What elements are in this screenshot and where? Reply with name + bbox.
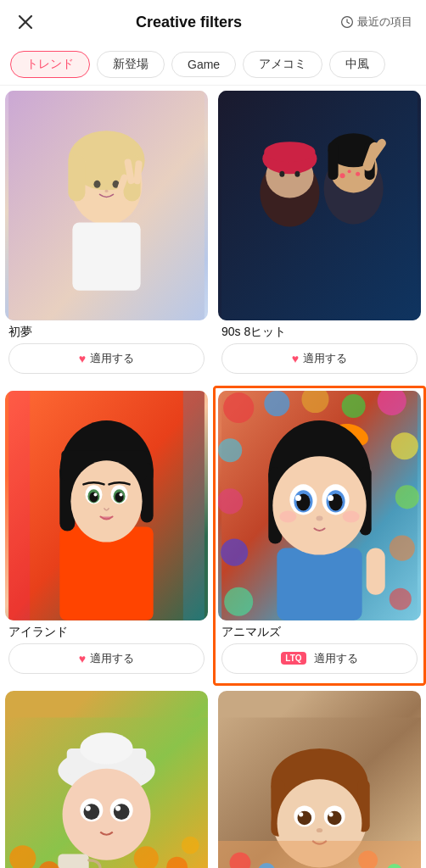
heart-icon-2: ♥ xyxy=(292,352,299,365)
svg-point-21 xyxy=(294,171,300,177)
svg-rect-25 xyxy=(328,142,339,180)
apply-button-hatsuyume[interactable]: ♥ 適用する xyxy=(8,343,205,374)
filter-name-hatsuyume: 初夢 xyxy=(8,325,205,340)
svg-rect-6 xyxy=(68,154,85,201)
svg-point-111 xyxy=(328,812,333,816)
svg-point-60 xyxy=(390,535,415,560)
apply-button-animals[interactable]: LTQ 適用する xyxy=(221,643,418,674)
svg-point-56 xyxy=(391,432,418,459)
svg-point-10 xyxy=(104,190,108,192)
svg-point-61 xyxy=(224,587,253,616)
svg-point-45 xyxy=(93,492,97,496)
svg-point-110 xyxy=(299,812,303,816)
svg-point-90 xyxy=(83,804,99,820)
header-left xyxy=(14,10,37,34)
svg-point-99 xyxy=(182,837,199,854)
tab-trend[interactable]: トレンド xyxy=(10,51,90,78)
svg-point-29 xyxy=(340,173,345,178)
filter-card-animals: アニマルズ LTQ 適用する xyxy=(213,386,426,686)
svg-point-46 xyxy=(120,492,123,496)
filter-card-hatsuyume: 初夢 ♥ 適用する xyxy=(0,86,213,386)
svg-point-53 xyxy=(342,394,366,418)
svg-rect-82 xyxy=(367,548,385,594)
svg-point-50 xyxy=(223,392,254,423)
apply-label-hatsuyume: 適用する xyxy=(90,351,134,366)
svg-point-58 xyxy=(395,485,419,509)
svg-point-93 xyxy=(115,805,121,810)
close-button[interactable] xyxy=(14,10,37,34)
svg-rect-94 xyxy=(58,854,88,868)
apply-button-90s[interactable]: ♥ 適用する xyxy=(221,343,418,374)
svg-point-81 xyxy=(343,510,360,522)
filter-name-island: アイランド xyxy=(8,625,205,640)
svg-point-78 xyxy=(328,495,334,501)
svg-point-51 xyxy=(264,391,289,416)
svg-point-59 xyxy=(221,538,248,565)
svg-point-80 xyxy=(279,510,296,522)
svg-point-87 xyxy=(63,769,151,860)
svg-point-19 xyxy=(264,142,315,162)
svg-point-31 xyxy=(356,172,360,176)
svg-rect-11 xyxy=(72,222,140,290)
svg-point-30 xyxy=(348,170,351,173)
apply-label-island: 適用する xyxy=(90,651,134,666)
svg-point-112 xyxy=(317,828,322,832)
apply-label-animals: 適用する xyxy=(314,651,358,666)
history-label: 最近の項目 xyxy=(357,14,412,30)
filter-card-bottom2 xyxy=(213,686,426,868)
svg-point-77 xyxy=(295,495,301,501)
svg-point-20 xyxy=(279,171,284,177)
svg-point-57 xyxy=(218,488,243,514)
svg-point-38 xyxy=(70,460,142,542)
heart-icon-3: ♥ xyxy=(79,652,86,665)
filter-name-animals: アニマルズ xyxy=(221,625,418,640)
tab-new[interactable]: 新登場 xyxy=(97,51,165,78)
filters-grid: 初夢 ♥ 適用する xyxy=(0,86,426,868)
svg-point-91 xyxy=(114,804,130,820)
close-icon xyxy=(18,14,33,30)
filter-image-bottom1 xyxy=(5,691,208,868)
header: Creative filters 最近の項目 xyxy=(0,0,426,44)
filter-image-hatsuyume xyxy=(5,91,208,320)
filter-image-90s xyxy=(218,91,421,320)
ltq-badge: LTQ xyxy=(281,652,305,665)
filter-card-90s: 90s 8ヒット ♥ 適用する xyxy=(213,86,426,386)
svg-point-86 xyxy=(80,732,132,764)
filter-image-island xyxy=(5,391,208,620)
filter-name-90s: 90s 8ヒット xyxy=(221,325,418,340)
svg-rect-48 xyxy=(183,391,205,620)
apply-label-90s: 適用する xyxy=(303,351,347,366)
tab-china[interactable]: 中風 xyxy=(329,51,385,78)
header-right[interactable]: 最近の項目 xyxy=(340,14,412,30)
filter-card-bottom1 xyxy=(0,686,213,868)
tab-amecom[interactable]: アメコミ xyxy=(243,51,322,78)
tab-game[interactable]: Game xyxy=(171,52,236,77)
tabs-row: トレンド 新登場 Game アメコミ 中風 xyxy=(0,44,426,86)
filter-image-animals xyxy=(218,391,421,620)
svg-rect-63 xyxy=(277,548,362,620)
svg-point-79 xyxy=(316,515,322,520)
filter-card-island: アイランド ♥ 適用する xyxy=(0,386,213,686)
svg-point-8 xyxy=(93,181,100,188)
apply-button-island[interactable]: ♥ 適用する xyxy=(8,643,205,674)
svg-rect-47 xyxy=(8,391,30,620)
history-icon xyxy=(340,15,354,29)
svg-point-70 xyxy=(272,456,366,554)
filter-image-bottom2 xyxy=(218,691,421,868)
svg-point-62 xyxy=(390,588,412,610)
svg-point-92 xyxy=(86,805,91,810)
svg-rect-15 xyxy=(221,91,418,320)
svg-point-55 xyxy=(218,438,242,462)
heart-icon: ♥ xyxy=(79,352,86,365)
page-title: Creative filters xyxy=(136,14,242,31)
